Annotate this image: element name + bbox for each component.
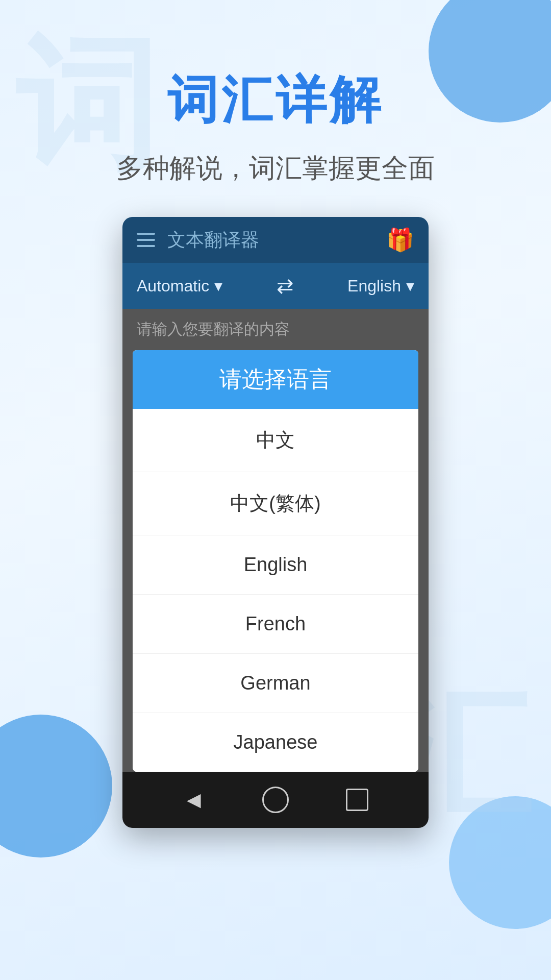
app-toolbar: 文本翻译器 🎁 — [122, 217, 429, 263]
dialog-overlay: 请选择语言 中文 中文(繁体) English French German Ja… — [122, 350, 429, 772]
back-button[interactable]: ◀ — [179, 785, 209, 815]
source-lang-chevron-icon: ▾ — [214, 276, 222, 296]
phone-mockup: 文本翻译器 🎁 Automatic ▾ ⇄ English ▾ 请输入您要翻译的… — [122, 217, 429, 828]
lang-option-en[interactable]: English — [133, 535, 418, 595]
main-title: 词汇详解 — [0, 66, 551, 135]
target-lang-chevron-icon: ▾ — [406, 276, 414, 296]
recents-square-icon — [346, 789, 368, 811]
lang-option-fr[interactable]: French — [133, 595, 418, 654]
lang-option-zh-tw[interactable]: 中文(繁体) — [133, 472, 418, 535]
language-selection-dialog: 请选择语言 中文 中文(繁体) English French German Ja… — [133, 350, 418, 772]
source-lang-button[interactable]: Automatic ▾ — [137, 276, 222, 296]
home-circle-icon — [262, 787, 289, 813]
lang-option-ja[interactable]: Japanese — [133, 713, 418, 772]
bottom-navigation: ◀ — [122, 772, 429, 828]
dialog-title-text: 请选择语言 — [143, 364, 408, 395]
app-title-text: 文本翻译器 — [167, 228, 386, 253]
hamburger-icon[interactable] — [137, 233, 155, 247]
input-placeholder-text: 请输入您要翻译的内容 — [137, 319, 414, 340]
lang-selector-bar: Automatic ▾ ⇄ English ▾ — [122, 263, 429, 309]
home-button[interactable] — [260, 785, 291, 815]
back-icon: ◀ — [187, 789, 201, 811]
sub-title: 多种解说，词汇掌握更全面 — [0, 151, 551, 186]
gift-icon[interactable]: 🎁 — [386, 227, 414, 253]
header-section: 词汇详解 多种解说，词汇掌握更全面 — [0, 0, 551, 217]
translation-input-area[interactable]: 请输入您要翻译的内容 — [122, 309, 429, 350]
lang-option-zh[interactable]: 中文 — [133, 409, 418, 472]
target-lang-button[interactable]: English ▾ — [347, 276, 414, 296]
decorative-blob-bottom-left — [0, 715, 112, 857]
source-lang-label: Automatic — [137, 277, 209, 296]
lang-option-de[interactable]: German — [133, 654, 418, 713]
dialog-body: 中文 中文(繁体) English French German Japanese — [133, 409, 418, 772]
swap-languages-button[interactable]: ⇄ — [222, 274, 347, 298]
recents-button[interactable] — [342, 785, 372, 815]
dialog-header: 请选择语言 — [133, 350, 418, 409]
target-lang-label: English — [347, 277, 401, 296]
